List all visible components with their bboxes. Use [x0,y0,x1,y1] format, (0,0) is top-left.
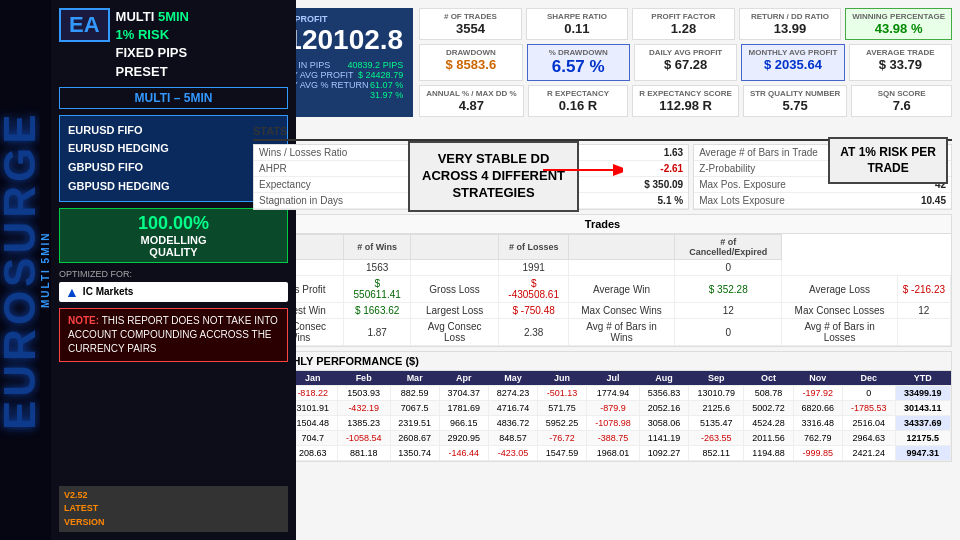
quality-label2: QUALITY [68,246,279,258]
quality-percent: 100.00% [68,213,279,234]
return-dd-value: 13.99 [746,21,835,36]
monthly-value-cell: 1350.74 [390,446,439,461]
largest-loss-val: $ -750.48 [499,303,569,319]
largest-loss-label: Largest Loss [410,303,498,319]
monthly-value-cell: -1785.53 [842,401,895,416]
avg-bars-losses-val [897,319,950,346]
winning-pct-label: WINNING PERCENTAGE [852,12,945,21]
monthly-value-cell: 6820.66 [793,401,842,416]
monthly-value-cell: 4524.28 [744,416,793,431]
largest-win-val: $ 1663.62 [344,303,411,319]
monthly-value-cell: 852.11 [689,446,744,461]
yearly-profit-value: $ 24428.79 [358,70,403,80]
top-stats-row: TOTAL PROFIT $ 120102.8 PROFIT IN PIPS 4… [253,8,952,117]
profit-factor-value: 1.28 [639,21,728,36]
callout-arrow-svg [543,155,623,185]
sidebar-subtitle: MULTI – 5MIN [59,87,288,109]
wl-ratio-label: Wins / Losses Ratio [254,145,430,161]
version-box: V2.52 LATEST VERSION [59,486,288,533]
str-quality-value: 5.75 [750,98,841,113]
quality-label: MODELLING [68,234,279,246]
monthly-value-cell: 881.18 [337,446,390,461]
monthly-col-header: Nov [793,371,842,386]
monthly-value-cell: 571.75 [537,401,586,416]
wins-value: 1563 [344,260,411,276]
multi-5min-label: MULTI 5MIN [40,0,51,540]
avg-win-val: $ 352.28 [675,276,782,303]
monthly-value-cell: 13010.79 [689,386,744,401]
ic-icon: ▲ [65,284,79,300]
strategy-eurusd-fifo: EURUSD FIFO [68,121,279,140]
title-preset: PRESET [116,64,168,79]
sqn-cell: SQN SCORE 7.6 [851,85,952,117]
monthly-col-header: Jun [537,371,586,386]
losses-value: 1991 [499,260,569,276]
table-row: 2021704.7-1058.542608.672920.95848.57-76… [255,431,951,446]
monthly-value-cell: 2125.6 [689,401,744,416]
monthly-value-cell: 966.15 [439,416,488,431]
monthly-col-header: Feb [337,371,390,386]
note-text: THIS REPORT DOES NOT TAKE INTO ACCOUNT C… [68,315,278,354]
sidebar-content: EA MULTI 5MIN 1% RISK FIXED PIPS PRESET … [51,0,296,540]
monthly-value-cell: 2964.63 [842,431,895,446]
monthly-value-cell: 30143.11 [895,401,950,416]
sidebar-title: MULTI 5MIN 1% RISK FIXED PIPS PRESET [116,8,189,81]
profit-factor-cell: PROFIT FACTOR 1.28 [632,8,735,40]
avg-bars-wins-val: 0 [675,319,782,346]
max-lots-value: 10.45 [883,193,951,209]
monthly-col-header: Aug [639,371,688,386]
header-row: YearJanFebMarAprMayJunJulAugSepOctNovDec… [255,371,951,386]
r-score-label: R EXPECTANCY SCORE [639,89,732,98]
max-consec-wins-val: 12 [675,303,782,319]
strategy-eurusd-hedging: EURUSD HEDGING [68,139,279,158]
annual-dd-cell: ANNUAL % / MAX DD % 4.87 [419,85,524,117]
main-content: TOTAL PROFIT $ 120102.8 PROFIT IN PIPS 4… [245,0,960,540]
ic-markets-logo: ▲ IC Markets [59,282,288,302]
monthly-value-cell: 33499.19 [895,386,950,401]
quality-box: 100.00% MODELLING QUALITY [59,208,288,263]
monthly-value-cell: -879.9 [587,401,640,416]
monthly-value-cell: -1078.98 [587,416,640,431]
sharpe-label: SHARPE RATIO [533,12,622,21]
title-multi: MULTI [116,9,155,24]
optimized-label: OPTIMIZED FOR: [59,269,288,279]
avg-loss-val: $ -216.23 [897,276,950,303]
cagr-value: 31.97 % [370,90,403,100]
ic-text: IC Markets [83,286,134,297]
monthly-value-cell: 2516.04 [842,416,895,431]
title-fixed: FIXED PIPS [116,45,188,60]
monthly-value-cell: 508.78 [744,386,793,401]
pct-dd-label: % DRAWDOWN [534,48,623,57]
monthly-col-header: Jul [587,371,640,386]
max-consec-wins-label: Max Consec Wins [569,303,675,319]
ahpr-label: AHPR [254,161,430,177]
trades-cell: # OF TRADES 3554 [419,8,522,40]
max-lots-label: Max Lots Exposure [694,193,883,209]
monthly-value-cell: -197.92 [793,386,842,401]
monthly-value-cell: 3316.48 [793,416,842,431]
monthly-value-cell: 4836.72 [488,416,537,431]
avg-consec-wins-val: 1.87 [344,319,411,346]
table-row: 2024-818.221503.93882.593704.378274.23-5… [255,386,951,401]
losses-header: # of Losses [499,235,569,260]
annual-dd-value: 4.87 [426,98,517,113]
monthly-value-cell: 882.59 [390,386,439,401]
of-losses-spacer [569,235,675,260]
r-expect-label: R EXPECTANCY [535,89,622,98]
risk-callout-text: AT 1% RISK PER TRADE [840,145,936,175]
str-quality-cell: STR QUALITY NUMBER 5.75 [743,85,848,117]
avg-consec-loss-val: 2.38 [499,319,569,346]
monthly-value-cell: 12175.5 [895,431,950,446]
monthly-col-header: Oct [744,371,793,386]
monthly-value-cell: 2319.51 [390,416,439,431]
monthly-value-cell: 2608.67 [390,431,439,446]
avg-bars-wins-label: Avg # of Bars in Wins [569,319,675,346]
max-consec-losses-val: 12 [897,303,950,319]
monthly-value-cell: 1385.23 [337,416,390,431]
drawdown-value: $ 8583.6 [426,57,515,72]
avg-trade-cell: AVERAGE TRADE $ 33.79 [849,44,952,81]
monthly-value-cell: 0 [842,386,895,401]
pip-value: 40839.2 PIPS [348,60,404,70]
title-risk: 1% RISK [116,27,169,42]
empty-cell2 [410,260,498,276]
